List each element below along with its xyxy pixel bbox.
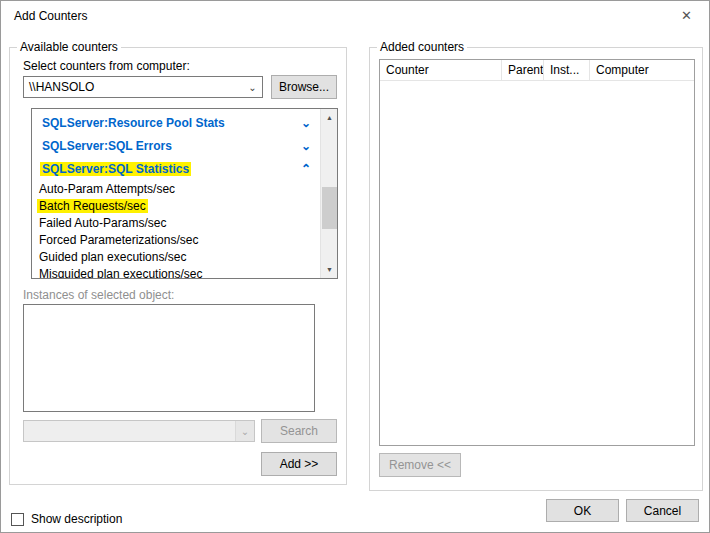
- counter-group-row[interactable]: SQLServer:SQL Statistics⌃: [32, 158, 320, 181]
- chevron-down-icon[interactable]: ⌄: [243, 77, 262, 97]
- close-icon[interactable]: ✕: [664, 1, 709, 30]
- add-counters-dialog: Add Counters ✕ Available counters Select…: [0, 0, 710, 533]
- counter-group-row[interactable]: SQLServer:SQL Errors⌄: [32, 135, 320, 158]
- counter-label: SQLServer:SQL Errors: [40, 139, 174, 153]
- titlebar: Add Counters ✕: [1, 1, 709, 31]
- column-header-instance[interactable]: Inst...: [544, 60, 590, 80]
- instances-listbox[interactable]: [23, 304, 315, 412]
- checkbox-box[interactable]: [11, 513, 24, 526]
- added-table-header: Counter Parent Inst... Computer: [380, 60, 694, 81]
- column-header-counter[interactable]: Counter: [380, 60, 502, 80]
- browse-button[interactable]: Browse...: [271, 75, 337, 99]
- chevron-down-icon[interactable]: ⌄: [301, 112, 311, 135]
- available-counters-group-label: Available counters: [17, 40, 121, 54]
- counter-item-row[interactable]: Batch Requests/sec: [32, 198, 320, 215]
- counter-label: Misguided plan executions/sec: [37, 267, 204, 278]
- add-button[interactable]: Add >>: [261, 452, 337, 476]
- counters-listbox: SQLServer:Resource Pool Stats⌄SQLServer:…: [31, 108, 338, 279]
- counter-item-row[interactable]: Auto-Param Attempts/sec: [32, 181, 320, 198]
- scrollbar-thumb[interactable]: [322, 187, 337, 229]
- column-header-parent[interactable]: Parent: [502, 60, 544, 80]
- counter-group-row[interactable]: SQLServer:Resource Pool Stats⌄: [32, 112, 320, 135]
- counter-label: Guided plan executions/sec: [37, 250, 188, 264]
- counter-item-row[interactable]: Misguided plan executions/sec: [32, 266, 320, 278]
- counters-scrollbar[interactable]: ▲ ▼: [320, 109, 337, 278]
- counter-label: SQLServer:Resource Pool Stats: [40, 116, 227, 130]
- remove-button[interactable]: Remove <<: [379, 453, 461, 477]
- added-counters-table: Counter Parent Inst... Computer: [379, 59, 695, 446]
- show-description-label: Show description: [31, 512, 122, 526]
- show-description-checkbox[interactable]: Show description: [11, 512, 122, 526]
- chevron-up-icon[interactable]: ⌃: [301, 158, 311, 181]
- computer-combobox-value: \\HANSOLO: [24, 80, 243, 94]
- counter-label: Failed Auto-Params/sec: [37, 216, 168, 230]
- computer-combobox[interactable]: \\HANSOLO ⌄: [23, 76, 263, 98]
- instance-filter-combobox[interactable]: ⌄: [23, 420, 255, 442]
- search-button[interactable]: Search: [261, 419, 337, 443]
- counter-item-row[interactable]: Failed Auto-Params/sec: [32, 215, 320, 232]
- counter-label: Forced Parameterizations/sec: [37, 233, 200, 247]
- counter-label: Batch Requests/sec: [37, 199, 148, 213]
- counter-item-row[interactable]: Guided plan executions/sec: [32, 249, 320, 266]
- counter-label: SQLServer:SQL Statistics: [40, 162, 191, 176]
- added-counters-group-label: Added counters: [377, 40, 467, 54]
- cancel-button[interactable]: Cancel: [626, 499, 699, 522]
- counter-label: Auto-Param Attempts/sec: [37, 182, 177, 196]
- select-computer-label: Select counters from computer:: [23, 59, 190, 73]
- scroll-up-icon[interactable]: ▲: [321, 109, 338, 126]
- ok-button[interactable]: OK: [546, 499, 619, 522]
- dialog-title: Add Counters: [14, 9, 87, 23]
- counters-list-content: SQLServer:Resource Pool Stats⌄SQLServer:…: [32, 109, 320, 278]
- scroll-down-icon[interactable]: ▼: [321, 261, 338, 278]
- instances-label: Instances of selected object:: [23, 288, 174, 302]
- column-header-computer[interactable]: Computer: [590, 60, 694, 80]
- chevron-down-icon[interactable]: ⌄: [301, 135, 311, 158]
- counter-item-row[interactable]: Forced Parameterizations/sec: [32, 232, 320, 249]
- chevron-down-icon[interactable]: ⌄: [235, 421, 254, 441]
